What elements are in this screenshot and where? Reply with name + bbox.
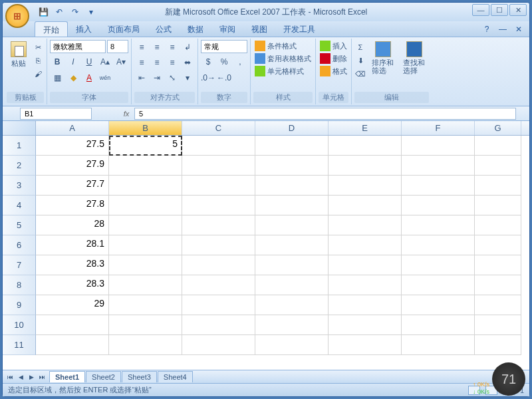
border-button[interactable]: ▦ xyxy=(50,70,65,85)
cell-E9[interactable] xyxy=(329,295,402,315)
find-select-button[interactable]: 查找和 选择 xyxy=(399,40,429,76)
cell-A4[interactable]: 27.8 xyxy=(36,196,109,215)
cell-C11[interactable] xyxy=(182,335,255,355)
col-header-G[interactable]: G xyxy=(475,121,521,135)
row-header-6[interactable]: 6 xyxy=(3,235,36,255)
row-header-3[interactable]: 3 xyxy=(3,176,36,196)
cell-C6[interactable] xyxy=(182,235,255,255)
row-header-11[interactable]: 11 xyxy=(3,335,36,355)
cell-F7[interactable] xyxy=(402,255,475,275)
next-sheet-button[interactable]: ▶ xyxy=(27,372,36,382)
cell-E2[interactable] xyxy=(329,156,402,176)
sheet-tab-sheet3[interactable]: Sheet3 xyxy=(122,371,157,382)
tab-home[interactable]: 开始 xyxy=(35,21,68,37)
cell-C8[interactable] xyxy=(182,275,255,295)
cell-C7[interactable] xyxy=(182,255,255,275)
align-bot-button[interactable]: ≡ xyxy=(165,40,180,55)
tab-layout[interactable]: 页面布局 xyxy=(100,21,148,37)
cell-B8[interactable] xyxy=(109,275,182,295)
shrink-font-button[interactable]: A▾ xyxy=(114,55,128,69)
align-mid-button[interactable]: ≡ xyxy=(150,40,164,55)
align-left-button[interactable]: ≡ xyxy=(134,55,149,70)
grow-font-button[interactable]: A▴ xyxy=(98,55,112,69)
cell-G7[interactable] xyxy=(475,255,521,275)
orientation-button[interactable]: ⤡ xyxy=(165,70,180,85)
col-header-A[interactable]: A xyxy=(36,121,109,135)
cell-B2[interactable] xyxy=(109,156,182,176)
cell-G5[interactable] xyxy=(475,215,521,235)
fill-color-button[interactable]: ◆ xyxy=(66,70,80,85)
tab-view[interactable]: 视图 xyxy=(243,21,275,37)
tab-data[interactable]: 数据 xyxy=(180,21,211,37)
percent-button[interactable]: % xyxy=(217,55,231,69)
cell-D5[interactable] xyxy=(255,215,329,235)
cell-G3[interactable] xyxy=(475,176,521,196)
cell-B7[interactable] xyxy=(109,255,182,275)
cell-C3[interactable] xyxy=(182,176,255,196)
cell-A6[interactable]: 28.1 xyxy=(36,235,109,255)
cell-B10[interactable] xyxy=(109,315,182,335)
tab-dev[interactable]: 开发工具 xyxy=(275,21,323,37)
fx-icon[interactable]: fx xyxy=(118,110,134,118)
minimize-button[interactable]: — xyxy=(472,4,489,16)
undo-button[interactable]: ↶ xyxy=(53,6,65,18)
cell-B11[interactable] xyxy=(109,335,182,355)
cell-D4[interactable] xyxy=(255,196,329,215)
select-all-corner[interactable] xyxy=(3,121,36,135)
cell-C5[interactable] xyxy=(182,215,255,235)
prev-sheet-button[interactable]: ◀ xyxy=(16,372,25,382)
cell-A2[interactable]: 27.9 xyxy=(36,156,109,176)
format-painter-button[interactable]: 🖌 xyxy=(32,68,44,80)
formula-bar[interactable] xyxy=(134,108,516,120)
cell-G2[interactable] xyxy=(475,156,521,176)
merge-dropdown[interactable]: ▾ xyxy=(180,70,195,85)
paste-button[interactable]: 粘贴 xyxy=(7,40,31,70)
cell-B6[interactable] xyxy=(109,235,182,255)
name-box[interactable] xyxy=(20,108,92,120)
maximize-button[interactable]: ☐ xyxy=(491,4,508,16)
fill-button[interactable]: ⬇ xyxy=(354,55,366,66)
indent-inc-button[interactable]: ⇥ xyxy=(150,70,164,85)
cell-D11[interactable] xyxy=(255,335,329,355)
align-top-button[interactable]: ≡ xyxy=(134,40,149,55)
align-center-button[interactable]: ≡ xyxy=(150,55,164,70)
format-cells-button[interactable]: 格式 xyxy=(319,65,348,77)
sort-filter-button[interactable]: 排序和 筛选 xyxy=(368,40,398,76)
tab-review[interactable]: 审阅 xyxy=(211,21,243,37)
cell-E7[interactable] xyxy=(329,255,402,275)
sheet-tab-sheet4[interactable]: Sheet4 xyxy=(158,371,193,382)
row-header-4[interactable]: 4 xyxy=(3,196,36,215)
cell-G1[interactable] xyxy=(475,136,521,156)
currency-button[interactable]: $ xyxy=(201,55,215,69)
cell-E11[interactable] xyxy=(329,335,402,355)
cell-B4[interactable] xyxy=(109,196,182,215)
row-header-8[interactable]: 8 xyxy=(3,275,36,295)
cond-format-button[interactable]: 条件格式 xyxy=(253,40,313,52)
font-name-combo[interactable] xyxy=(50,40,106,53)
cell-D10[interactable] xyxy=(255,315,329,335)
cut-button[interactable]: ✂ xyxy=(32,41,44,53)
row-header-5[interactable]: 5 xyxy=(3,215,36,235)
cell-A8[interactable]: 28.3 xyxy=(36,275,109,295)
cell-B9[interactable] xyxy=(109,295,182,315)
cell-A11[interactable] xyxy=(36,335,109,355)
cell-D9[interactable] xyxy=(255,295,329,315)
copy-button[interactable]: ⎘ xyxy=(32,55,44,66)
tab-formula[interactable]: 公式 xyxy=(148,21,180,37)
cell-styles-button[interactable]: 单元格样式 xyxy=(253,65,313,77)
cell-C4[interactable] xyxy=(182,196,255,215)
cell-G6[interactable] xyxy=(475,235,521,255)
row-header-9[interactable]: 9 xyxy=(3,295,36,315)
clear-button[interactable]: ⌫ xyxy=(354,68,366,80)
last-sheet-button[interactable]: ⏭ xyxy=(37,372,47,382)
cell-D6[interactable] xyxy=(255,235,329,255)
cell-F2[interactable] xyxy=(402,156,475,176)
comma-button[interactable]: , xyxy=(233,55,247,69)
cell-A5[interactable]: 28 xyxy=(36,215,109,235)
close-doc-button[interactable]: ✕ xyxy=(513,24,524,35)
underline-button[interactable]: U xyxy=(82,55,96,69)
cell-A1[interactable]: 27.5 xyxy=(36,136,109,156)
row-header-1[interactable]: 1 xyxy=(3,136,36,156)
cell-G10[interactable] xyxy=(475,315,521,335)
wrap-text-button[interactable]: ↲ xyxy=(180,40,195,55)
